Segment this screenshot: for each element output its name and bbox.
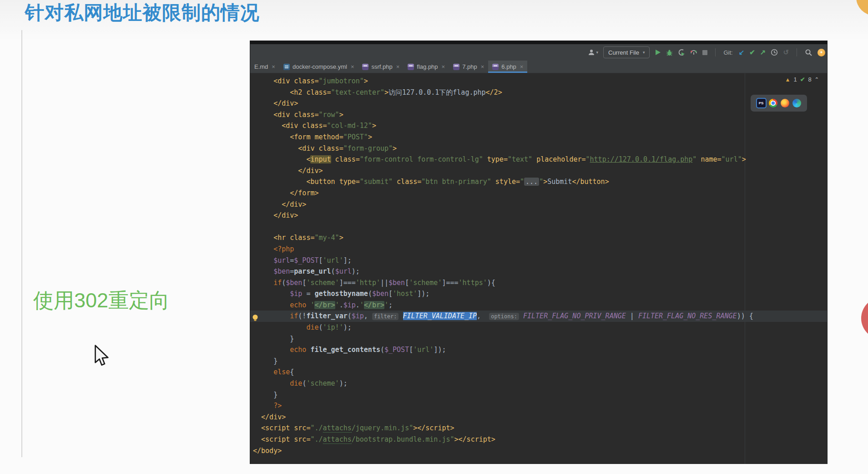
user-profile-icon[interactable]: ▾ (588, 49, 598, 56)
code-line[interactable]: ?> (253, 400, 827, 412)
code-area[interactable]: <div class="jumbotron"> <h2 class="text-… (250, 73, 827, 456)
close-icon[interactable]: × (396, 63, 400, 70)
code-line[interactable]: } (253, 333, 827, 345)
code-line[interactable]: </div> (253, 165, 827, 177)
code-token: </div> (253, 413, 286, 421)
close-icon[interactable]: × (272, 63, 275, 70)
code-token: 'url' (413, 346, 434, 354)
rollback-icon[interactable]: ↺ (783, 49, 789, 56)
code-line[interactable]: <script src="./attachs/bootstrap.bundle.… (253, 434, 827, 445)
code-line[interactable]: </div> (253, 210, 827, 221)
firefox-browser-icon[interactable] (781, 99, 789, 107)
close-icon[interactable]: × (481, 63, 484, 70)
code-line[interactable]: if($ben['scheme']==='http'||$ben['scheme… (253, 277, 827, 289)
tab-label: E.md (254, 63, 268, 70)
close-icon[interactable]: × (520, 63, 524, 70)
intention-bulb-icon[interactable] (252, 314, 259, 321)
code-token: "col-md-12" (327, 122, 372, 130)
code-line[interactable]: <div class="row"> (253, 109, 827, 121)
close-icon[interactable]: × (442, 63, 445, 70)
php-file-icon (408, 64, 414, 70)
code-token: </button> (572, 178, 609, 186)
code-token: options: (489, 313, 519, 320)
code-line[interactable]: if(!filter_var($ip, filter: FILTER_VALID… (250, 311, 827, 322)
search-icon[interactable] (805, 49, 812, 56)
run-config-selector[interactable]: Current File ▾ (603, 46, 650, 58)
code-line[interactable]: </form> (253, 188, 827, 199)
code-token: ]; (343, 256, 352, 265)
code-token: input (310, 155, 331, 163)
code-line[interactable]: die('ip!'); (253, 322, 827, 333)
tab-flag.php[interactable]: flag.php× (404, 61, 449, 73)
code-line[interactable]: <script src="./attachs/jquery.min.js"></… (253, 423, 827, 434)
chrome-browser-icon[interactable] (769, 99, 777, 107)
code-line[interactable]: } (253, 356, 827, 367)
code-line[interactable]: </div> (253, 98, 827, 109)
code-line[interactable]: <hr class="my-4"> (253, 232, 827, 244)
git-commit-icon[interactable]: ✔ (749, 49, 755, 56)
code-token: style= (491, 178, 520, 186)
git-label: Git: (723, 49, 732, 56)
code-token: ); (339, 379, 348, 387)
code-line[interactable]: <div class="col-md-12"> (253, 120, 827, 132)
code-line[interactable]: </body> (253, 445, 827, 457)
code-token: 'https' (459, 279, 487, 287)
inspection-widget[interactable]: ▲ 1 ✔ 8 ⌃ (785, 76, 819, 83)
code-token: "POST" (343, 133, 368, 141)
code-line[interactable]: <div class="jumbotron"> (253, 76, 827, 87)
code-line[interactable]: </div> (253, 199, 827, 210)
tab-ssrf.php[interactable]: ssrf.php× (358, 61, 404, 73)
warning-count: 1 (793, 76, 797, 83)
code-token: $url (335, 267, 352, 275)
code-line[interactable]: </div> (253, 412, 827, 423)
tab-docker-compose.yml[interactable]: docker-compose.yml× (279, 61, 358, 73)
code-token: ]); (417, 290, 429, 298)
toolbar-separator (715, 48, 716, 56)
profiler-button[interactable] (690, 49, 697, 56)
code-token: ( (380, 346, 384, 354)
debug-button[interactable] (666, 49, 673, 56)
close-icon[interactable]: × (351, 63, 354, 70)
code-token: </br> (364, 301, 384, 309)
run-button[interactable] (655, 49, 661, 56)
code-token: [ (405, 279, 409, 287)
code-line[interactable]: $url=$_POST['url']; (253, 255, 827, 266)
code-line[interactable]: <div class="form-group"> (253, 143, 827, 154)
code-line[interactable]: $ben=parse_url($url); (253, 266, 827, 277)
code-line[interactable]: <h2 class="text-center">访问127.0.0.1下的fla… (253, 87, 827, 98)
code-line[interactable]: die('scheme'); (253, 378, 827, 389)
code-line[interactable]: echo file_get_contents($_POST['url']); (253, 344, 827, 356)
edge-browser-icon[interactable] (792, 99, 801, 107)
code-line[interactable]: $ip = gethostbyname($ben['host']); (253, 288, 827, 300)
tab-7.php[interactable]: 7.php× (449, 61, 488, 73)
code-token: } (253, 357, 278, 365)
code-line[interactable]: <form method="POST"> (253, 132, 827, 143)
stop-button[interactable] (702, 50, 707, 55)
code-token: ' (384, 301, 389, 309)
editor[interactable]: <div class="jumbotron"> <h2 class="text-… (250, 73, 827, 464)
phpstorm-browser-icon[interactable]: PS (757, 99, 766, 107)
tab-6.php[interactable]: 6.php× (488, 61, 527, 73)
presenter-bubble (861, 297, 868, 339)
tab-E.md[interactable]: E.md× (250, 61, 279, 73)
code-line[interactable]: else{ (253, 367, 827, 378)
git-update-icon[interactable]: ↙ (739, 49, 745, 56)
code-line[interactable]: echo '</br>'.$ip.'</br>'; (253, 300, 827, 311)
code-line[interactable]: <input class="form-control form-control-… (253, 154, 827, 165)
history-clock-icon[interactable] (771, 49, 778, 56)
code-line[interactable]: <button type="submit" class="btn btn-pri… (253, 176, 827, 188)
php-file-icon (453, 64, 459, 70)
code-token: gethostbyname (314, 290, 368, 298)
code-token: "text" (508, 155, 532, 163)
code-token: , (477, 312, 489, 320)
code-line[interactable]: <?php (253, 244, 827, 255)
code-token: echo (253, 301, 306, 309)
code-token: [ (319, 256, 323, 265)
code-token: file_get_contents (310, 346, 380, 354)
code-line[interactable]: } (253, 389, 827, 401)
ide-avatar-button[interactable]: ✦ (818, 49, 825, 56)
run-with-coverage-button[interactable] (678, 49, 685, 56)
git-push-icon[interactable]: ↗ (760, 49, 766, 56)
code-line[interactable] (253, 221, 827, 233)
code-token (399, 312, 403, 320)
